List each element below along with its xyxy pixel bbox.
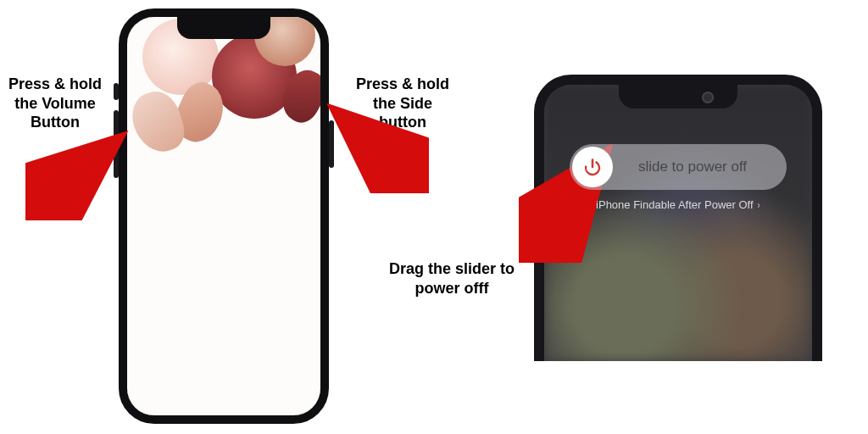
power-off-slider[interactable]: slide to power off: [570, 144, 787, 190]
display-notch: [619, 85, 737, 108]
drag-slider-instruction: Drag the slider to power offf: [371, 259, 532, 298]
iphone-front-illustration: [119, 8, 329, 424]
findable-label: iPhone Findable After Power Off: [596, 198, 753, 211]
arrow-to-side-button: [327, 100, 429, 193]
svg-line-2: [36, 146, 110, 209]
display-notch: [177, 17, 270, 39]
arrow-to-volume-button: [25, 127, 136, 220]
svg-line-3: [344, 119, 415, 181]
front-camera: [702, 92, 714, 103]
power-off-slider-knob[interactable]: [572, 147, 613, 187]
findable-after-power-off-link[interactable]: iPhone Findable After Power Off›: [544, 198, 812, 211]
chevron-right-icon: ›: [757, 198, 760, 211]
phone-frame: [119, 8, 329, 424]
power-off-slider-label: slide to power off: [615, 159, 787, 175]
phone-screen: [127, 17, 320, 415]
volume-button-instruction: Press & hold the Volume Button: [0, 75, 110, 132]
power-icon: [582, 157, 603, 177]
